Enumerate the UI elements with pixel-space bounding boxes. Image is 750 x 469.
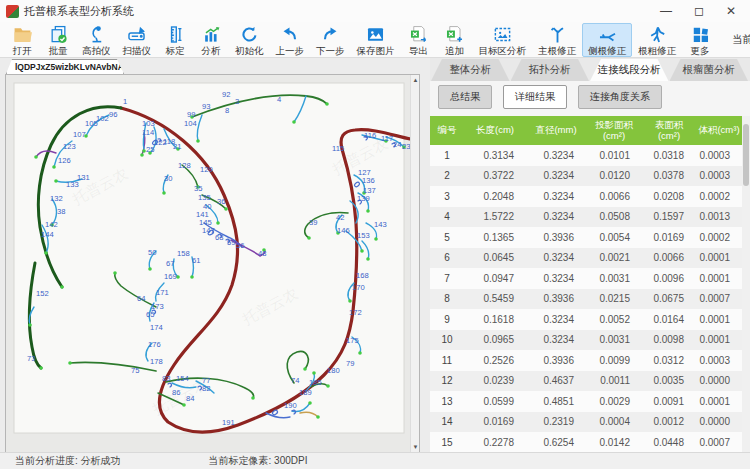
table-cell: 8 bbox=[430, 289, 464, 310]
toolbar-prev-step-button[interactable]: 上一步 bbox=[270, 23, 311, 57]
toolbar-open-button[interactable]: 打开 bbox=[4, 23, 40, 57]
toolbar-append-button[interactable]: 追加 bbox=[437, 23, 473, 57]
table-row[interactable]: 30.20480.32340.00660.02080.0002 bbox=[430, 186, 742, 207]
close-button[interactable]: ✕ bbox=[726, 5, 736, 17]
table-row[interactable]: 80.54590.39360.02150.06750.0007 bbox=[430, 289, 742, 310]
table-row[interactable]: 20.37220.32340.01200.03780.0003 bbox=[430, 166, 742, 187]
scroll-down-icon[interactable]: ▼ bbox=[411, 442, 420, 452]
table-cell: 10 bbox=[430, 330, 464, 351]
toolbar-root-width-fix-button[interactable]: 根粗修正 bbox=[632, 23, 682, 57]
segment-number-label: 153 bbox=[357, 231, 370, 240]
table-row[interactable]: 130.05990.48510.00290.00910.0001 bbox=[430, 391, 742, 412]
table-cell: 0.0002 bbox=[696, 186, 742, 207]
segment-number-label: 189 bbox=[299, 388, 312, 397]
main-toolbar: 打开批量高拍仪扫描仪标定分析初始化上一步下一步保存图片导出追加目标区分析主根修正… bbox=[0, 22, 750, 58]
image-scrollbar[interactable]: ▲ ▼ bbox=[410, 75, 419, 452]
table-cell: 0.0599 bbox=[464, 391, 526, 412]
segment-number-label: 175 bbox=[346, 336, 359, 345]
result-button-0[interactable]: 总结果 bbox=[438, 85, 492, 109]
root-width-icon bbox=[648, 25, 667, 44]
segment-number-label: 61 bbox=[192, 256, 200, 265]
restore-button[interactable]: ◻ bbox=[694, 5, 704, 17]
table-cell: 0.0001 bbox=[696, 248, 742, 269]
table-scrollbar-thumb[interactable] bbox=[743, 124, 749, 186]
table-cell: 0.0675 bbox=[642, 289, 696, 310]
toolbar-items: 打开批量高拍仪扫描仪标定分析初始化上一步下一步保存图片导出追加目标区分析主根修正… bbox=[4, 23, 718, 57]
table-cell: 0.0508 bbox=[586, 207, 642, 228]
toolbar-more-button[interactable]: 更多 bbox=[682, 23, 718, 57]
image-filename-tab[interactable]: lQDPJxZ5wizbKLvNAvbNA4... bbox=[6, 59, 124, 74]
refresh-icon bbox=[240, 25, 259, 44]
toolbar-doc-camera-button[interactable]: 高拍仪 bbox=[76, 23, 117, 57]
segment-number-label: 50 bbox=[148, 248, 156, 257]
table-row[interactable]: 41.57220.32340.05080.15970.0013 bbox=[430, 207, 742, 228]
result-button-2[interactable]: 连接角度关系 bbox=[578, 85, 662, 109]
toolbar-initialize-label: 初始化 bbox=[235, 46, 264, 56]
table-cell: 0.0001 bbox=[696, 330, 742, 351]
table-cell: 0.0000 bbox=[696, 412, 742, 433]
toolbar-scanner-button[interactable]: 扫描仪 bbox=[117, 23, 158, 57]
table-cell: 0.3234 bbox=[526, 330, 586, 351]
table-cell: 9 bbox=[430, 309, 464, 330]
table-row[interactable]: 100.09650.32340.00310.00980.0001 bbox=[430, 330, 742, 351]
table-cell: 5 bbox=[430, 227, 464, 248]
segment-number-label: 96 bbox=[109, 110, 117, 119]
toolbar-main-root-fix-button[interactable]: 主根修正 bbox=[532, 23, 582, 57]
tab-analysis-1[interactable]: 拓扑分析 bbox=[511, 59, 590, 81]
toolbar-next-step-label: 下一步 bbox=[316, 46, 345, 56]
segment-number-label: 139 bbox=[357, 194, 370, 203]
table-cell: 0.1365 bbox=[464, 227, 526, 248]
table-cell: 0.2526 bbox=[464, 350, 526, 371]
table-row[interactable]: 10.31340.32340.01010.03180.0003 bbox=[430, 145, 742, 166]
table-cell: 0.3234 bbox=[526, 207, 586, 228]
table-row[interactable]: 60.06450.32340.00210.00660.0001 bbox=[430, 248, 742, 269]
toolbar-target-area-button[interactable]: 目标区分析 bbox=[473, 23, 533, 57]
root-image-panel: 托普云农托普云农托普云农托普云农 19610210510712312613113… bbox=[5, 74, 420, 453]
toolbar-lateral-root-fix-button[interactable]: 侧根修正 bbox=[582, 23, 632, 57]
folder-icon bbox=[13, 25, 32, 44]
table-cell: 0.0001 bbox=[696, 309, 742, 330]
table-row[interactable]: 120.02390.46370.00110.00350.0000 bbox=[430, 371, 742, 392]
table-cell: 0.3936 bbox=[526, 350, 586, 371]
table-cell: 12 bbox=[430, 371, 464, 392]
table-row[interactable]: 50.13650.39360.00540.01690.0002 bbox=[430, 227, 742, 248]
table-row[interactable]: 150.22780.62540.01420.04480.0007 bbox=[430, 432, 742, 453]
table-scrollbar[interactable] bbox=[742, 116, 750, 453]
table-row[interactable]: 70.09470.32340.00310.00960.0001 bbox=[430, 268, 742, 289]
toolbar-next-step-button[interactable]: 下一步 bbox=[310, 23, 351, 57]
toolbar-initialize-button[interactable]: 初始化 bbox=[229, 23, 270, 57]
tab-analysis-3[interactable]: 根瘤菌分析 bbox=[670, 59, 749, 81]
table-cell: 1.5722 bbox=[464, 207, 526, 228]
segment-number-label: 146 bbox=[337, 226, 350, 235]
tab-analysis-0[interactable]: 整体分析 bbox=[431, 59, 510, 81]
toolbar-main-root-fix-label: 主根修正 bbox=[538, 46, 576, 56]
table-cell: 0.2048 bbox=[464, 186, 526, 207]
toolbar-batch-button[interactable]: 批量 bbox=[40, 23, 76, 57]
result-button-1[interactable]: 详细结果 bbox=[503, 85, 567, 109]
minimize-button[interactable]: — bbox=[660, 5, 672, 17]
table-cell: 15 bbox=[430, 432, 464, 453]
table-cell: 1 bbox=[430, 145, 464, 166]
toolbar-calibrate-button[interactable]: 标定 bbox=[157, 23, 193, 57]
toolbar-analyze-button[interactable]: 分析 bbox=[193, 23, 229, 57]
excel-append-icon bbox=[445, 25, 464, 44]
segment-number-label: 4 bbox=[277, 95, 281, 104]
table-cell: 0.3234 bbox=[526, 268, 586, 289]
toolbar-prev-step-label: 上一步 bbox=[276, 46, 305, 56]
tab-analysis-2[interactable]: 连接线段分析 bbox=[590, 59, 669, 81]
table-row[interactable]: 110.25260.39360.00990.03120.0003 bbox=[430, 350, 742, 371]
segment-number-label: 170 bbox=[352, 283, 365, 292]
toolbar-save-image-button[interactable]: 保存图片 bbox=[351, 23, 401, 57]
segment-number-label: 123 bbox=[63, 142, 76, 151]
root-image-canvas[interactable]: 托普云农托普云农托普云农托普云农 19610210510712312613113… bbox=[6, 75, 410, 452]
scroll-up-icon[interactable]: ▲ bbox=[411, 75, 420, 85]
table-row[interactable]: 140.01690.23190.00040.00120.0000 bbox=[430, 412, 742, 433]
table-cell: 0.0003 bbox=[696, 350, 742, 371]
table-cell: 0.0007 bbox=[696, 432, 742, 453]
table-row[interactable]: 90.16180.32340.00520.01640.0001 bbox=[430, 309, 742, 330]
table-cell: 0.0098 bbox=[642, 330, 696, 351]
toolbar-export-button[interactable]: 导出 bbox=[401, 23, 437, 57]
segment-number-label: 142 bbox=[45, 220, 58, 229]
calibration-dpi-status: 当前标定像素: 300DPI bbox=[209, 454, 308, 468]
table-cell: 0.0164 bbox=[642, 309, 696, 330]
